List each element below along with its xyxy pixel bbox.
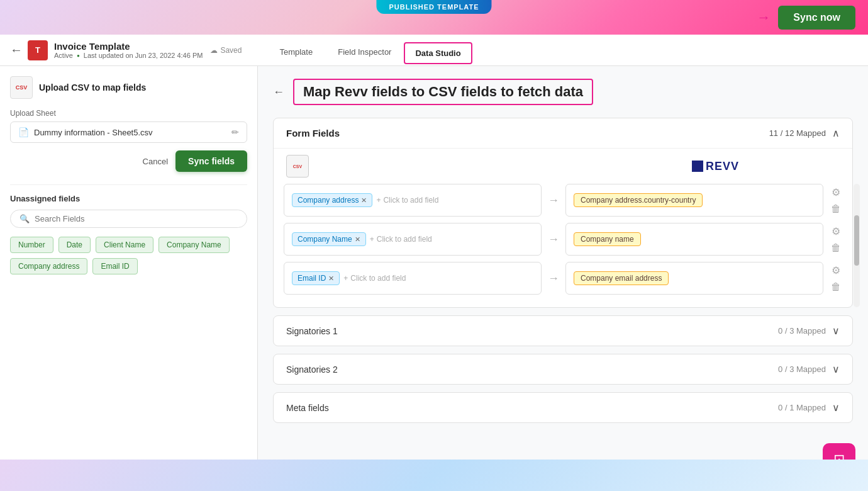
signatories-1-mapped: 0 / 3 Mapped bbox=[778, 326, 826, 336]
row-delete-button-email[interactable]: 🗑 bbox=[830, 280, 842, 294]
left-field-address[interactable]: Company address ✕ + Click to add field bbox=[284, 184, 542, 217]
right-field-email[interactable]: Company email address bbox=[565, 262, 823, 295]
signatories-1-title: Signatories 1 bbox=[286, 326, 338, 336]
upload-section: CSV Upload CSV to map fields bbox=[10, 76, 247, 99]
meta-fields-title: Meta fields bbox=[286, 403, 329, 413]
add-field-hint-label-company: Click to add field bbox=[377, 235, 432, 244]
tag-client-name[interactable]: Client Name bbox=[96, 237, 153, 253]
fields-header-row: CSV REVV bbox=[274, 149, 852, 184]
tab-template[interactable]: Template bbox=[267, 40, 325, 65]
sync-now-area: → Sync now bbox=[757, 6, 855, 30]
search-box[interactable]: 🔍 bbox=[10, 210, 247, 228]
published-badge: PUBLISHED TEMPLATE bbox=[376, 0, 491, 14]
file-icon: 📄 bbox=[18, 127, 29, 137]
signatories-1-header[interactable]: Signatories 1 0 / 3 Mapped ∨ bbox=[274, 316, 852, 346]
saved-label: Saved bbox=[220, 46, 242, 55]
chip-email-label: Email ID bbox=[298, 274, 326, 283]
saved-indicator: ☁ Saved bbox=[210, 46, 242, 55]
page-title: Map Revv fields to CSV fields to fetch d… bbox=[293, 79, 593, 105]
tab-field-inspector[interactable]: Field Inspector bbox=[325, 40, 404, 65]
row-delete-button-address[interactable]: 🗑 bbox=[830, 202, 842, 216]
mapping-rows: Company address ✕ + Click to add field →… bbox=[274, 184, 852, 307]
add-field-hint-address[interactable]: + Click to add field bbox=[376, 196, 438, 205]
tags-area: Number Date Client Name Company Name Com… bbox=[10, 237, 247, 274]
form-fields-chevron-icon: ∧ bbox=[832, 127, 840, 139]
form-fields-meta: 11 / 12 Mapped ∧ bbox=[769, 127, 840, 139]
chip-company-address-label: Company address bbox=[298, 196, 359, 205]
sidebar-divider bbox=[10, 184, 247, 185]
tag-email-id[interactable]: Email ID bbox=[92, 258, 137, 274]
signatories-2-section: Signatories 2 0 / 3 Mapped ∨ bbox=[273, 354, 853, 385]
scrollbar-thumb[interactable] bbox=[854, 215, 859, 266]
right-tag-email: Company email address bbox=[574, 271, 669, 285]
sync-fields-button[interactable]: Sync fields bbox=[175, 150, 247, 172]
cancel-button[interactable]: Cancel bbox=[143, 157, 168, 166]
edit-icon[interactable]: ✏ bbox=[231, 127, 239, 137]
meta-fields-mapped: 0 / 1 Mapped bbox=[778, 403, 826, 412]
nav-back-button[interactable]: ← bbox=[10, 43, 23, 57]
tag-date[interactable]: Date bbox=[58, 237, 91, 253]
chip-company-address[interactable]: Company address ✕ bbox=[292, 193, 372, 207]
left-field-company-name[interactable]: Company Name ✕ + Click to add field bbox=[284, 223, 542, 256]
chip-company-name[interactable]: Company Name ✕ bbox=[292, 232, 366, 246]
signatories-2-mapped: 0 / 3 Mapped bbox=[778, 364, 826, 374]
template-name: Invoice Template bbox=[54, 41, 203, 52]
plus-icon-email: + bbox=[343, 274, 348, 283]
left-sidebar: CSV Upload CSV to map fields Upload Shee… bbox=[0, 66, 258, 491]
tab-data-studio[interactable]: Data Studio bbox=[404, 42, 472, 64]
form-fields-body: CSV REVV Company address bbox=[274, 148, 852, 307]
row-settings-button-company-name[interactable]: ⚙ bbox=[830, 224, 842, 239]
unassigned-label: Unassigned fields bbox=[10, 194, 247, 203]
status-dot: ● bbox=[77, 53, 80, 59]
meta-fields-header[interactable]: Meta fields 0 / 1 Mapped ∨ bbox=[274, 393, 852, 422]
chip-company-address-remove[interactable]: ✕ bbox=[361, 196, 367, 205]
revv-logo: REVV bbox=[692, 160, 739, 173]
signatories-2-title: Signatories 2 bbox=[286, 364, 338, 375]
chip-company-name-label: Company Name bbox=[298, 235, 352, 244]
plus-icon-address: + bbox=[376, 196, 381, 205]
search-input[interactable] bbox=[35, 214, 238, 223]
mapping-row-email: Email ID ✕ + Click to add field → Compan… bbox=[284, 262, 842, 295]
chip-email[interactable]: Email ID ✕ bbox=[292, 271, 340, 285]
chip-company-name-remove[interactable]: ✕ bbox=[355, 235, 360, 244]
tag-company-address[interactable]: Company address bbox=[10, 258, 87, 274]
action-row: Cancel Sync fields bbox=[10, 150, 247, 172]
search-icon: 🔍 bbox=[19, 214, 30, 223]
row-delete-button-company-name[interactable]: 🗑 bbox=[830, 241, 842, 255]
signatories-1-chevron-icon: ∨ bbox=[832, 325, 840, 337]
chip-email-remove[interactable]: ✕ bbox=[328, 274, 334, 283]
scrollbar-track[interactable] bbox=[854, 184, 860, 307]
bottom-bar bbox=[0, 460, 868, 491]
add-field-hint-email[interactable]: + Click to add field bbox=[343, 274, 406, 283]
tag-number[interactable]: Number bbox=[10, 237, 53, 253]
left-field-email[interactable]: Email ID ✕ + Click to add field bbox=[284, 262, 542, 295]
mapping-row-address: Company address ✕ + Click to add field →… bbox=[284, 184, 842, 217]
template-info: Invoice Template Active ● Last updated o… bbox=[54, 41, 203, 59]
file-input-row: 📄 Dummy information - Sheet5.csv ✏ bbox=[10, 121, 247, 143]
page-back-button[interactable]: ← bbox=[273, 86, 284, 99]
upload-sheet-label: Upload Sheet bbox=[10, 109, 247, 118]
mapping-arrow-address: → bbox=[548, 194, 559, 207]
tag-company-name[interactable]: Company Name bbox=[159, 237, 230, 253]
row-actions-address: ⚙ 🗑 bbox=[830, 185, 842, 216]
add-field-hint-company[interactable]: + Click to add field bbox=[370, 235, 432, 244]
revv-logo-text: REVV bbox=[706, 160, 739, 173]
right-field-company-name[interactable]: Company name bbox=[565, 223, 823, 256]
mapping-row-company-name: Company Name ✕ + Click to add field → Co… bbox=[284, 223, 842, 256]
signatories-2-chevron-icon: ∨ bbox=[832, 363, 840, 375]
form-fields-header[interactable]: Form Fields 11 / 12 Mapped ∧ bbox=[274, 118, 852, 148]
upload-section-title: Upload CSV to map fields bbox=[39, 82, 146, 93]
row-settings-button-address[interactable]: ⚙ bbox=[830, 185, 842, 200]
form-fields-section: Form Fields 11 / 12 Mapped ∧ CSV REVV bbox=[273, 118, 853, 308]
template-last-updated: Last updated on Jun 23, 2022 4:46 PM bbox=[84, 52, 203, 59]
csv-small-icon: CSV bbox=[286, 155, 309, 178]
file-name: Dummy information - Sheet5.csv bbox=[34, 128, 226, 137]
right-field-address[interactable]: Company address.country-country bbox=[565, 184, 823, 217]
revv-logo-box bbox=[692, 161, 703, 172]
right-tag-address: Company address.country-country bbox=[574, 193, 703, 207]
main-layout: CSV Upload CSV to map fields Upload Shee… bbox=[0, 66, 868, 491]
row-settings-button-email[interactable]: ⚙ bbox=[830, 263, 842, 278]
signatories-2-header[interactable]: Signatories 2 0 / 3 Mapped ∨ bbox=[274, 354, 852, 384]
mapping-arrow-company-name: → bbox=[548, 233, 559, 246]
sync-now-button[interactable]: Sync now bbox=[778, 6, 855, 30]
